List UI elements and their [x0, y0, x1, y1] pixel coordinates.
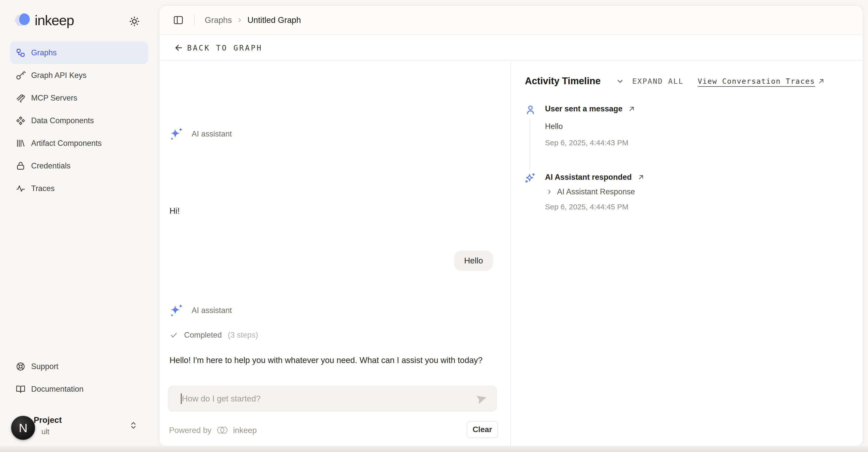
event-timestamp: Sep 6, 2025, 4:44:45 PM	[545, 203, 628, 211]
component-icon	[16, 116, 26, 126]
assistant-message-header: AI assistant	[169, 127, 232, 141]
sidebar-footer-nav: Support Documentation	[10, 356, 148, 400]
inkeep-logo: inkeep	[13, 12, 74, 28]
timeline-header: Activity Timeline EXPAND ALL View Conver…	[525, 76, 851, 86]
status-label: Completed	[184, 331, 222, 340]
user-icon	[525, 104, 536, 115]
project-subtitle: ult	[41, 427, 50, 436]
sidebar-item-data-components[interactable]: Data Components	[10, 110, 148, 132]
sparkles-icon	[524, 172, 535, 183]
chat-input-container	[168, 386, 497, 412]
main-panel: Graphs Untitled Graph BACK TO GRAPH	[159, 5, 863, 446]
sidebar-item-label: Artifact Components	[31, 139, 102, 148]
inkeep-outline-icon	[216, 425, 229, 436]
panel-left-icon[interactable]	[173, 14, 184, 26]
check-icon	[169, 331, 178, 339]
response-label: AI Assistant Response	[557, 187, 635, 196]
book-open-icon	[16, 384, 26, 394]
inkeep-logo-icon	[13, 12, 31, 28]
event-title: User sent a message	[545, 104, 622, 113]
lifebuoy-icon	[16, 362, 26, 372]
sidebar-item-label: Traces	[31, 184, 55, 193]
sparkles-avatar-icon	[169, 127, 184, 141]
timeline-title: Activity Timeline	[525, 76, 600, 86]
theme-toggle-button[interactable]	[127, 14, 142, 29]
activity-icon	[16, 183, 26, 194]
sidebar-item-artifact-components[interactable]: Artifact Components	[10, 132, 148, 154]
sidebar-item-label: MCP Servers	[31, 93, 78, 103]
sun-icon	[129, 16, 140, 27]
breadcrumb-current: Untitled Graph	[247, 15, 301, 25]
assistant-label: AI assistant	[192, 306, 232, 315]
sidebar-item-label: Support	[31, 362, 59, 371]
workflow-icon	[16, 48, 26, 58]
expand-all-button[interactable]: EXPAND ALL	[632, 77, 684, 85]
sidebar-item-label: Data Components	[31, 116, 94, 125]
sidebar-item-traces[interactable]: Traces	[10, 177, 148, 200]
powered-by-text: Powered by	[169, 426, 212, 435]
assistant-message-header: AI assistant	[169, 303, 232, 318]
bottom-strip	[0, 446, 868, 452]
chevrons-up-down-icon[interactable]	[128, 419, 138, 431]
clear-button[interactable]: Clear	[467, 421, 498, 438]
chat-input[interactable]	[168, 386, 475, 412]
page-header: Graphs Untitled Graph	[159, 6, 863, 35]
user-message-bubble: Hello	[454, 251, 493, 271]
text-caret	[181, 393, 182, 404]
chat-panel: AI assistant Hi! Hello AI assistant Comp…	[159, 61, 511, 446]
powered-by[interactable]: Powered by inkeep	[169, 425, 257, 436]
response-expander[interactable]: AI Assistant Response	[546, 187, 635, 196]
arrow-left-icon	[174, 43, 184, 53]
send-icon[interactable]	[475, 392, 488, 405]
external-link-icon	[817, 78, 825, 85]
chevron-right-icon	[236, 17, 243, 23]
user-message-text: Hello	[464, 256, 483, 265]
sidebar-item-documentation[interactable]: Documentation	[10, 378, 148, 400]
breadcrumb-graphs[interactable]: Graphs	[205, 15, 232, 25]
sidebar-item-graph-api-keys[interactable]: Graph API Keys	[10, 64, 148, 86]
lock-icon	[16, 161, 26, 171]
logo-wordmark: inkeep	[35, 12, 74, 28]
sidebar-item-label: Credentials	[31, 161, 70, 170]
sidebar-item-mcp-servers[interactable]: MCP Servers	[10, 87, 148, 109]
sidebar: inkeep Graphs	[0, 0, 158, 452]
assistant-label: AI assistant	[192, 130, 232, 139]
chevron-down-icon[interactable]	[616, 77, 625, 86]
sidebar-item-label: Graph API Keys	[31, 71, 87, 80]
event-body: Hello	[545, 122, 563, 131]
sparkles-avatar-icon	[169, 303, 184, 318]
project-name[interactable]: Project	[34, 415, 62, 425]
status-steps: (3 steps)	[228, 331, 258, 340]
library-icon	[16, 138, 26, 148]
sidebar-item-graphs[interactable]: Graphs	[10, 42, 148, 64]
sidebar-item-label: Graphs	[31, 48, 57, 57]
timeline-event: AI Assistant responded	[545, 173, 645, 182]
view-conversation-traces-link[interactable]: View Conversation Traces	[698, 77, 815, 85]
sidebar-item-label: Documentation	[31, 385, 84, 394]
avatar-letter: N	[19, 421, 28, 435]
arrow-up-right-icon[interactable]	[637, 173, 645, 181]
sidebar-item-support[interactable]: Support	[10, 356, 148, 377]
sidebar-item-credentials[interactable]: Credentials	[10, 155, 148, 177]
timeline-event: User sent a message	[545, 104, 636, 113]
completion-status[interactable]: Completed (3 steps)	[169, 331, 258, 340]
event-title: AI Assistant responded	[545, 173, 632, 182]
assistant-message-1: Hi!	[169, 206, 180, 216]
powered-brand-text: inkeep	[233, 426, 257, 435]
sidebar-nav: Graphs Graph API Keys MCP Servers	[10, 42, 148, 200]
assistant-message-2: Hello! I'm here to help you with whateve…	[169, 354, 496, 367]
mcp-icon	[16, 93, 26, 103]
timeline-connector	[530, 119, 530, 170]
chevron-right-icon	[546, 189, 553, 195]
arrow-up-right-icon[interactable]	[628, 105, 636, 113]
project-avatar[interactable]: N	[11, 416, 35, 440]
key-icon	[16, 70, 26, 80]
back-to-graph-button[interactable]: BACK TO GRAPH	[159, 35, 863, 61]
activity-timeline-panel: Activity Timeline EXPAND ALL View Conver…	[511, 61, 863, 446]
event-timestamp: Sep 6, 2025, 4:44:43 PM	[545, 139, 628, 147]
back-to-graph-label: BACK TO GRAPH	[187, 44, 262, 52]
clear-button-label: Clear	[473, 425, 492, 434]
header-divider	[194, 15, 195, 26]
